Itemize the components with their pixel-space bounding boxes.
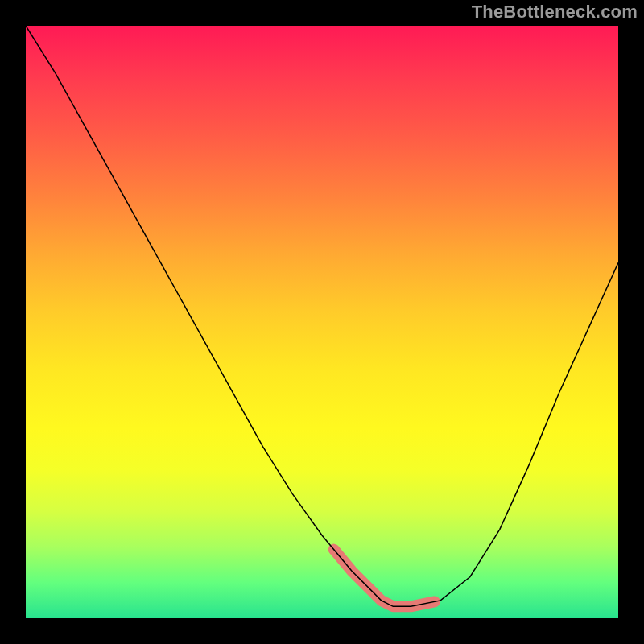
curve-layer xyxy=(26,26,618,618)
bottleneck-curve xyxy=(26,26,618,606)
plot-area xyxy=(26,26,618,618)
chart-frame: TheBottleneck.com xyxy=(0,0,644,644)
watermark-text: TheBottleneck.com xyxy=(472,3,638,21)
optimal-zone-highlight xyxy=(334,550,435,607)
